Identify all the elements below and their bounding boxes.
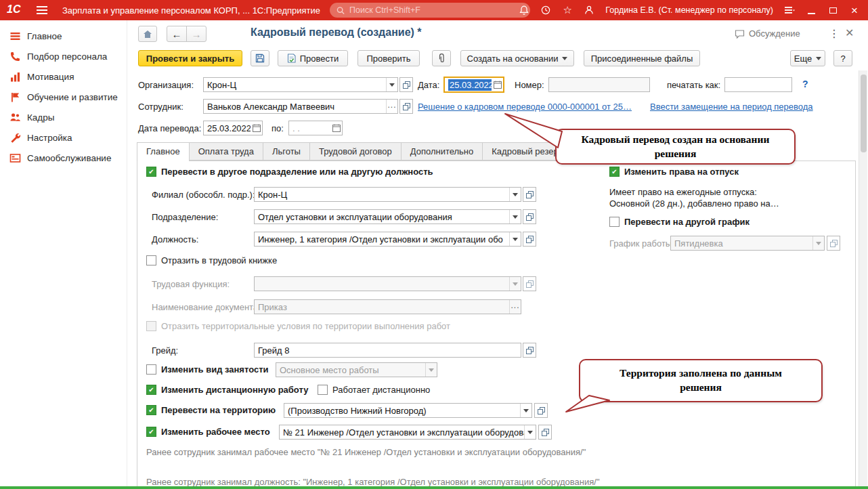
sidebar-item-recruiting[interactable]: Подбор персонала <box>0 46 127 66</box>
substitution-link[interactable]: Ввести замещение на период перевода <box>650 102 813 112</box>
minimize-button[interactable] <box>802 0 821 20</box>
position-open-button[interactable] <box>523 232 536 247</box>
transfer-date-calendar-icon[interactable] <box>251 121 262 135</box>
tab-benefits[interactable]: Льготы <box>263 142 309 161</box>
employee-select-dots[interactable]: ... <box>386 100 397 113</box>
create-on-basis-button[interactable]: Создать на основании <box>460 50 574 66</box>
labor-function-dropdown-icon[interactable] <box>509 277 521 291</box>
position-dropdown-icon[interactable] <box>509 232 521 246</box>
vacation-checkbox-label: Изменить права на отпуск <box>624 167 739 177</box>
open-icon <box>526 213 534 221</box>
global-search[interactable] <box>330 3 530 18</box>
print-as-field[interactable] <box>724 77 792 92</box>
vacation-checkbox[interactable]: ✔ <box>609 167 620 177</box>
transfer-date-field[interactable]: 25.03.2022 <box>203 121 263 135</box>
transfer-checkbox[interactable]: ✔ <box>146 167 156 177</box>
number-field[interactable] <box>548 77 650 92</box>
remote-checkbox[interactable]: ✔ <box>146 385 156 395</box>
remote-works-checkbox[interactable] <box>318 385 328 395</box>
workplace-open-button[interactable] <box>538 425 552 440</box>
employment-dropdown-icon[interactable] <box>425 363 437 377</box>
employment-field[interactable]: Основное место работы <box>276 362 437 377</box>
to-date-field[interactable]: . . <box>288 121 343 135</box>
sidebar-item-motivation[interactable]: Мотивация <box>0 66 127 87</box>
back-button[interactable]: ← <box>167 26 187 42</box>
workplace-dropdown-icon[interactable] <box>524 425 536 439</box>
main-menu-icon[interactable] <box>37 6 47 14</box>
schedule-field[interactable]: Пятидневка <box>670 236 825 251</box>
grade-open-button[interactable] <box>523 343 536 358</box>
territorial-checkbox[interactable] <box>146 321 156 331</box>
employee-open-button[interactable] <box>399 99 413 114</box>
close-form-icon[interactable]: ✕ <box>845 26 854 39</box>
attached-files-button[interactable]: Присоединенные файлы <box>584 50 700 66</box>
schedule-open-button[interactable] <box>827 236 840 251</box>
employee-field[interactable]: Ваньков Александр Матвеевич ... <box>203 99 398 114</box>
territory-dropdown-icon[interactable] <box>520 404 531 417</box>
notifications-bell-icon[interactable] <box>515 0 534 20</box>
sidebar-item-settings[interactable]: Настройка <box>0 127 127 148</box>
sidebar-item-selfservice[interactable]: Самообслуживание <box>0 148 127 168</box>
discussion-button[interactable]: Обсуждение <box>735 28 800 39</box>
territory-checkbox[interactable]: ✔ <box>146 405 156 415</box>
sections-panel-icon[interactable] <box>780 0 799 20</box>
more-menu-kebab-icon[interactable]: ⋮ <box>829 27 840 40</box>
to-date-calendar-icon[interactable] <box>330 121 342 135</box>
forward-button[interactable]: → <box>186 26 207 42</box>
sidebar-item-label: Обучение и развитие <box>27 92 118 102</box>
more-actions-button[interactable]: Еще <box>790 50 825 66</box>
chevron-down-icon <box>562 57 567 60</box>
grade-field[interactable]: Грейд 8 <box>254 343 521 358</box>
attach-button[interactable] <box>432 50 451 66</box>
department-open-button[interactable] <box>523 209 536 224</box>
workbook-checkbox[interactable] <box>146 255 156 265</box>
close-window-button[interactable]: × <box>845 0 864 20</box>
sidebar-item-hr[interactable]: Кадры <box>0 107 127 127</box>
print-as-help-link[interactable]: ? <box>802 79 808 89</box>
organization-dropdown-icon[interactable] <box>386 78 397 91</box>
schedule-dropdown-icon[interactable] <box>812 236 824 250</box>
date-field[interactable]: 25.03.2022 <box>443 77 504 93</box>
post-and-close-button[interactable]: Провести и закрыть <box>138 50 242 66</box>
tab-contract[interactable]: Трудовой договор <box>309 142 401 161</box>
home-button[interactable] <box>138 26 157 42</box>
organization-open-button[interactable] <box>399 77 413 92</box>
tab-additional[interactable]: Дополнительно <box>401 142 483 161</box>
branch-dropdown-icon[interactable] <box>509 188 521 201</box>
employment-checkbox[interactable] <box>146 364 156 375</box>
history-icon[interactable] <box>536 0 555 20</box>
sidebar-item-training[interactable]: Обучение и развитие <box>0 87 127 107</box>
employment-checkbox-label: Изменить вид занятости <box>161 364 269 375</box>
territory-field[interactable]: (Производство Нижний Новгород) <box>284 403 532 418</box>
workplace-checkbox[interactable]: ✔ <box>146 427 156 437</box>
department-dropdown-icon[interactable] <box>509 210 521 224</box>
save-button[interactable] <box>251 50 269 66</box>
tab-pay[interactable]: Оплата труда <box>189 142 263 161</box>
workplace-field[interactable]: № 21 Инженер /Отдел установки и эксплуат… <box>279 425 536 440</box>
check-button[interactable]: Проверить <box>357 50 420 66</box>
labor-function-field[interactable] <box>254 276 521 291</box>
help-button[interactable]: ? <box>833 50 852 66</box>
schedule-checkbox[interactable] <box>609 217 620 227</box>
labor-function-open-button[interactable] <box>523 276 536 291</box>
territory-open-button[interactable] <box>534 403 548 418</box>
maximize-button[interactable] <box>823 0 842 20</box>
position-field[interactable]: Инженер, 1 категория /Отдел установки и … <box>254 232 521 247</box>
date-calendar-icon[interactable] <box>492 78 503 91</box>
current-user[interactable]: Гордина Е.В. (Ст. менеджер по персоналу) <box>601 5 777 15</box>
organization-field[interactable]: Крон-Ц <box>203 77 398 92</box>
favorites-star-icon[interactable]: ☆ <box>558 0 577 20</box>
user-icon[interactable] <box>580 0 599 20</box>
sidebar-item-main[interactable]: Главное <box>0 26 127 46</box>
search-input[interactable] <box>349 5 523 15</box>
post-button[interactable]: Провести <box>278 50 348 66</box>
branch-open-button[interactable] <box>523 187 536 202</box>
branch-field[interactable]: Крон-Ц <box>254 187 521 202</box>
doc-name-field[interactable]: Приказ ... <box>254 299 521 314</box>
vertical-scrollbar[interactable] <box>859 70 867 486</box>
callout-text: Территория заполнена по данным решения <box>607 366 794 395</box>
department-field[interactable]: Отдел установки и эксплуатации оборудова… <box>254 209 521 224</box>
scrollbar-thumb[interactable] <box>861 75 867 152</box>
doc-name-select-dots[interactable]: ... <box>509 300 521 314</box>
tab-main[interactable]: Главное <box>137 142 189 161</box>
